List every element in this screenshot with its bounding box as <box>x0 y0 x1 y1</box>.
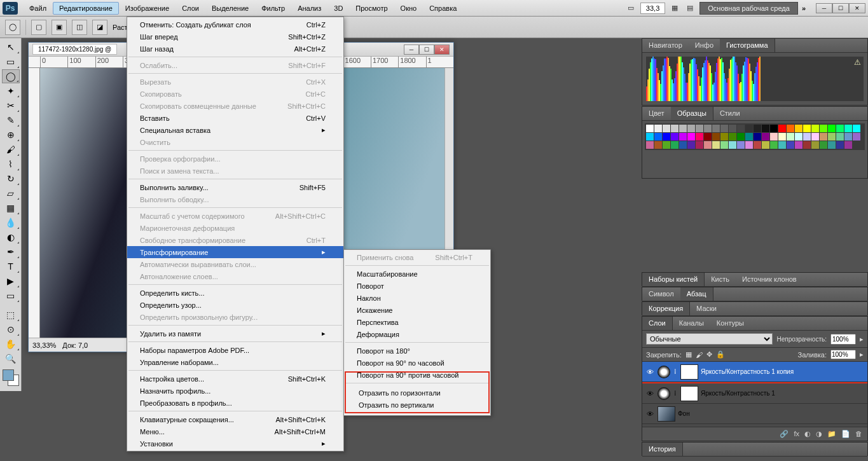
swatch[interactable] <box>704 141 712 149</box>
menu-просмотр[interactable]: Просмотр <box>349 2 394 15</box>
tab-Символ[interactable]: Символ <box>642 287 680 301</box>
menu-item[interactable]: Шаг назадAlt+Ctrl+Z <box>127 43 343 55</box>
swatch[interactable] <box>853 133 860 141</box>
arrange-icon[interactable]: ▦ <box>669 3 680 13</box>
swatch[interactable] <box>729 141 736 149</box>
swatch[interactable] <box>696 141 703 149</box>
chevron-double-right-icon[interactable]: » <box>802 4 806 12</box>
swatch[interactable] <box>795 133 803 141</box>
swatch[interactable] <box>853 125 860 132</box>
swatch[interactable] <box>712 133 720 141</box>
swatch[interactable] <box>671 125 679 132</box>
doc-maximize-button[interactable]: ☐ <box>419 45 434 55</box>
menu-item[interactable]: Деформация <box>344 328 490 340</box>
menu-3d[interactable]: 3D <box>327 2 349 15</box>
swatch[interactable] <box>770 133 778 141</box>
gradient-tool[interactable]: ▦ <box>2 201 20 215</box>
move-tool[interactable]: ↖ <box>2 40 20 54</box>
swatch[interactable] <box>787 133 794 141</box>
menu-item[interactable]: Удалить из памяти▸ <box>127 327 343 340</box>
swatch[interactable] <box>844 141 852 149</box>
menu-item[interactable]: Поворот <box>344 280 490 292</box>
swatch[interactable] <box>803 141 811 149</box>
window-maximize-button[interactable]: ☐ <box>832 3 849 13</box>
lasso-mode-4-icon[interactable]: ◪ <box>92 20 107 35</box>
menu-item[interactable]: Трансформирование▸ <box>127 246 343 258</box>
swatch[interactable] <box>754 141 761 149</box>
swatch[interactable] <box>646 133 654 141</box>
swatch[interactable] <box>770 125 778 132</box>
workspace-switcher[interactable]: Основная рабочая среда <box>699 2 798 15</box>
tab-Контуры[interactable]: Контуры <box>710 317 750 330</box>
swatch[interactable] <box>795 125 803 132</box>
swatch[interactable] <box>820 133 827 141</box>
lock-position-icon[interactable]: ✥ <box>706 350 712 359</box>
swatch[interactable] <box>828 125 836 132</box>
swatch[interactable] <box>704 133 712 141</box>
hand-tool[interactable]: ✋ <box>2 337 20 351</box>
type-tool[interactable]: T <box>2 259 20 273</box>
marquee-tool[interactable]: ▭ <box>2 55 20 69</box>
chevron-right-icon[interactable]: ▸ <box>860 335 864 343</box>
menu-item[interactable]: Назначить профиль... <box>127 385 343 397</box>
swatch[interactable] <box>729 125 736 132</box>
swatch[interactable] <box>654 133 662 141</box>
swatch[interactable] <box>778 133 786 141</box>
quick-select-tool[interactable]: ✦ <box>2 84 20 98</box>
menu-item[interactable]: Отразить по вертикали <box>346 399 488 411</box>
tab-Кисть[interactable]: Кисть <box>705 273 736 286</box>
lasso-tool[interactable]: ◯ <box>2 69 20 83</box>
swatch[interactable] <box>654 141 662 149</box>
menu-item[interactable]: Выполнить заливку...Shift+F5 <box>127 181 343 193</box>
swatch[interactable] <box>820 141 827 149</box>
chevron-right-icon[interactable]: ▸ <box>860 350 864 359</box>
pen-tool[interactable]: ✒ <box>2 245 20 259</box>
tab-Инфо[interactable]: Инфо <box>689 39 720 52</box>
swatch[interactable] <box>654 125 662 132</box>
3d-camera-tool[interactable]: ⊙ <box>2 322 20 336</box>
menu-item[interactable]: Искажение <box>344 304 490 316</box>
layer-thumbnail[interactable] <box>680 364 698 380</box>
opacity-input[interactable] <box>830 334 856 345</box>
swatch[interactable] <box>820 125 827 132</box>
swatch[interactable] <box>745 133 753 141</box>
tab-history[interactable]: История <box>642 443 683 456</box>
visibility-icon[interactable]: 👁 <box>645 410 655 418</box>
menu-item[interactable]: Отменить: Создать дубликат слояCtrl+Z <box>127 18 343 31</box>
menu-item[interactable]: Шаг впередShift+Ctrl+Z <box>127 31 343 43</box>
swatch[interactable] <box>778 125 786 132</box>
tab-Наборы кистей[interactable]: Наборы кистей <box>642 273 705 286</box>
menu-item[interactable]: Поворот на 180° <box>344 345 490 357</box>
layer-mask-icon[interactable]: ◐ <box>804 430 811 438</box>
menu-item[interactable]: ВставитьCtrl+V <box>127 112 343 124</box>
swatch[interactable] <box>844 125 852 132</box>
menu-item[interactable]: Настройка цветов...Shift+Ctrl+K <box>127 373 343 385</box>
menu-анализ[interactable]: Анализ <box>291 2 327 15</box>
stamp-tool[interactable]: ⌇ <box>2 157 20 171</box>
swatch[interactable] <box>828 133 836 141</box>
menu-item[interactable]: Установки▸ <box>127 437 343 450</box>
swatch[interactable] <box>687 141 695 149</box>
swatch[interactable] <box>787 141 794 149</box>
swatch[interactable] <box>663 133 670 141</box>
window-minimize-button[interactable]: ─ <box>816 3 832 13</box>
menu-item[interactable]: Клавиатурные сокращения...Alt+Shift+Ctrl… <box>127 413 343 425</box>
swatch[interactable] <box>729 133 736 141</box>
swatch[interactable] <box>836 125 844 132</box>
tool-preset-icon[interactable]: ◯ <box>5 20 20 35</box>
swatch[interactable] <box>836 133 844 141</box>
menu-справка[interactable]: Справка <box>423 2 463 15</box>
swatch[interactable] <box>663 141 670 149</box>
swatch[interactable] <box>720 133 728 141</box>
swatch[interactable] <box>671 141 679 149</box>
swatch[interactable] <box>811 133 819 141</box>
swatch[interactable] <box>754 125 761 132</box>
swatch[interactable] <box>787 125 794 132</box>
swatch[interactable] <box>754 133 761 141</box>
visibility-icon[interactable]: 👁 <box>645 368 655 376</box>
layer-thumbnail[interactable] <box>680 386 698 401</box>
swatch[interactable] <box>770 141 778 149</box>
blend-mode-select[interactable]: Обычные <box>646 333 773 345</box>
shape-tool[interactable]: ▭ <box>2 289 20 303</box>
lock-all-icon[interactable]: 🔒 <box>716 350 725 359</box>
